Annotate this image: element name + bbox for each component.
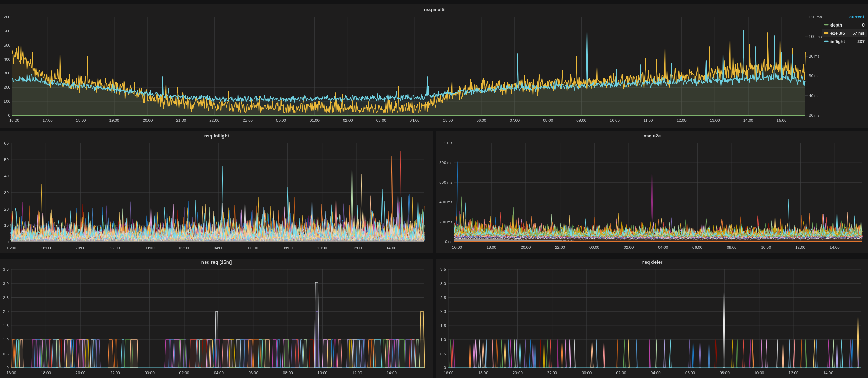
svg-text:20:00: 20:00 bbox=[143, 118, 153, 122]
svg-text:10: 10 bbox=[4, 223, 9, 227]
svg-text:11:00: 11:00 bbox=[643, 118, 653, 122]
svg-text:21:00: 21:00 bbox=[176, 118, 186, 122]
svg-text:12:00: 12:00 bbox=[795, 245, 805, 249]
svg-text:08:00: 08:00 bbox=[727, 245, 737, 249]
svg-text:80 ms: 80 ms bbox=[809, 54, 820, 58]
svg-text:16:00: 16:00 bbox=[9, 118, 19, 122]
svg-text:200: 200 bbox=[4, 85, 10, 89]
svg-text:20:00: 20:00 bbox=[513, 371, 523, 375]
svg-text:04:00: 04:00 bbox=[658, 245, 668, 249]
svg-text:04:00: 04:00 bbox=[651, 371, 661, 375]
svg-text:0: 0 bbox=[7, 240, 9, 244]
svg-text:16:00: 16:00 bbox=[452, 245, 462, 249]
svg-text:2.5: 2.5 bbox=[3, 296, 9, 300]
svg-text:1.5: 1.5 bbox=[3, 324, 9, 328]
svg-text:12:00: 12:00 bbox=[789, 371, 799, 375]
svg-text:20:00: 20:00 bbox=[75, 246, 85, 250]
svg-text:23:00: 23:00 bbox=[243, 118, 253, 122]
svg-text:09:00: 09:00 bbox=[576, 118, 586, 122]
svg-text:05:00: 05:00 bbox=[443, 118, 453, 122]
svg-text:02:00: 02:00 bbox=[624, 245, 634, 249]
svg-text:18:00: 18:00 bbox=[41, 246, 51, 250]
svg-text:08:00: 08:00 bbox=[283, 371, 293, 375]
svg-text:02:00: 02:00 bbox=[179, 246, 189, 250]
svg-text:06:00: 06:00 bbox=[685, 371, 695, 375]
svg-text:00:00: 00:00 bbox=[276, 118, 286, 122]
svg-text:30: 30 bbox=[4, 191, 9, 195]
svg-text:20:00: 20:00 bbox=[75, 371, 85, 375]
svg-text:00:00: 00:00 bbox=[145, 371, 155, 375]
svg-text:06:00: 06:00 bbox=[477, 118, 487, 122]
svg-text:17:00: 17:00 bbox=[43, 118, 53, 122]
svg-text:04:00: 04:00 bbox=[214, 371, 224, 375]
svg-text:100 ms: 100 ms bbox=[809, 34, 822, 39]
svg-text:0: 0 bbox=[862, 22, 865, 27]
svg-text:237: 237 bbox=[857, 39, 865, 44]
svg-text:00:00: 00:00 bbox=[589, 245, 599, 249]
svg-text:2.5: 2.5 bbox=[440, 296, 446, 300]
svg-text:60: 60 bbox=[4, 141, 9, 145]
svg-text:nsq inflight: nsq inflight bbox=[204, 133, 229, 139]
svg-text:200 ms: 200 ms bbox=[439, 220, 452, 224]
svg-text:08:00: 08:00 bbox=[543, 118, 553, 122]
svg-text:3.5: 3.5 bbox=[440, 267, 446, 272]
svg-text:100: 100 bbox=[4, 99, 10, 103]
svg-text:10:00: 10:00 bbox=[754, 371, 764, 375]
svg-text:0: 0 bbox=[7, 366, 9, 370]
svg-text:60 ms: 60 ms bbox=[809, 74, 820, 78]
svg-text:12:00: 12:00 bbox=[352, 246, 362, 250]
svg-text:1.5: 1.5 bbox=[440, 324, 446, 328]
svg-text:10:00: 10:00 bbox=[761, 245, 771, 249]
svg-text:800 ms: 800 ms bbox=[439, 161, 452, 165]
svg-text:1.0: 1.0 bbox=[440, 338, 446, 342]
svg-text:08:00: 08:00 bbox=[720, 371, 730, 375]
svg-text:14:00: 14:00 bbox=[386, 246, 396, 250]
svg-text:18:00: 18:00 bbox=[487, 245, 496, 249]
svg-text:20: 20 bbox=[4, 207, 9, 211]
svg-text:00:00: 00:00 bbox=[145, 246, 155, 250]
svg-text:3.0: 3.0 bbox=[3, 282, 9, 286]
svg-text:nsq req [15m]: nsq req [15m] bbox=[201, 259, 232, 265]
svg-text:22:00: 22:00 bbox=[547, 371, 557, 375]
svg-text:19:00: 19:00 bbox=[109, 118, 119, 122]
svg-text:50: 50 bbox=[4, 157, 9, 162]
svg-text:0: 0 bbox=[8, 113, 10, 117]
svg-text:2.0: 2.0 bbox=[3, 309, 9, 314]
svg-text:12:00: 12:00 bbox=[677, 118, 687, 122]
svg-text:02:00: 02:00 bbox=[179, 371, 189, 375]
svg-text:10:00: 10:00 bbox=[317, 246, 327, 250]
svg-text:14:00: 14:00 bbox=[743, 118, 753, 122]
svg-text:02:00: 02:00 bbox=[616, 371, 626, 375]
svg-text:00:00: 00:00 bbox=[582, 371, 592, 375]
svg-text:600 ms: 600 ms bbox=[439, 180, 452, 184]
svg-text:06:00: 06:00 bbox=[248, 371, 258, 375]
svg-text:18:00: 18:00 bbox=[76, 118, 86, 122]
svg-text:40 ms: 40 ms bbox=[809, 93, 820, 98]
svg-text:14:00: 14:00 bbox=[830, 245, 840, 249]
svg-text:04:00: 04:00 bbox=[213, 246, 223, 250]
svg-text:15:00: 15:00 bbox=[777, 118, 787, 122]
svg-text:1.0 s: 1.0 s bbox=[444, 141, 452, 145]
svg-text:20:00: 20:00 bbox=[521, 245, 531, 249]
svg-text:06:00: 06:00 bbox=[692, 245, 702, 249]
svg-text:inflight: inflight bbox=[830, 39, 845, 44]
svg-text:nsq defer: nsq defer bbox=[642, 259, 663, 265]
svg-text:0.5: 0.5 bbox=[440, 352, 446, 356]
svg-text:13:00: 13:00 bbox=[710, 118, 720, 122]
svg-text:04:00: 04:00 bbox=[410, 118, 420, 122]
svg-text:14:00: 14:00 bbox=[823, 371, 833, 375]
svg-text:120 ms: 120 ms bbox=[809, 14, 822, 19]
svg-text:10:00: 10:00 bbox=[317, 371, 327, 375]
svg-text:0.5: 0.5 bbox=[3, 352, 9, 356]
svg-text:14:00: 14:00 bbox=[387, 371, 397, 375]
svg-text:depth: depth bbox=[830, 22, 842, 27]
svg-text:1.0: 1.0 bbox=[3, 338, 9, 342]
svg-text:06:00: 06:00 bbox=[248, 246, 258, 250]
svg-text:300: 300 bbox=[4, 71, 10, 75]
svg-text:22:00: 22:00 bbox=[555, 245, 565, 249]
svg-text:16:00: 16:00 bbox=[444, 371, 454, 375]
svg-text:nsq multi: nsq multi bbox=[424, 7, 445, 12]
svg-text:22:00: 22:00 bbox=[110, 371, 120, 375]
svg-text:10:00: 10:00 bbox=[610, 118, 620, 122]
svg-text:16:00: 16:00 bbox=[7, 371, 17, 375]
